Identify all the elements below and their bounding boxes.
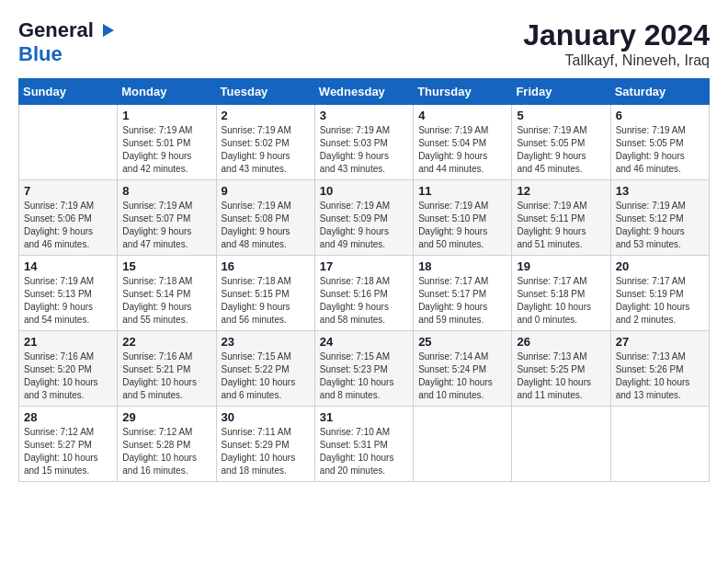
day-info: Sunrise: 7:13 AM Sunset: 5:25 PM Dayligh… xyxy=(517,350,605,402)
calendar-cell: 2Sunrise: 7:19 AM Sunset: 5:02 PM Daylig… xyxy=(216,105,314,180)
day-number: 26 xyxy=(517,335,605,349)
day-number: 11 xyxy=(418,184,506,198)
day-number: 10 xyxy=(320,184,408,198)
day-info: Sunrise: 7:19 AM Sunset: 5:10 PM Dayligh… xyxy=(418,200,506,251)
day-number: 3 xyxy=(320,109,408,122)
calendar-cell: 9Sunrise: 7:19 AM Sunset: 5:08 PM Daylig… xyxy=(216,180,314,256)
day-number: 21 xyxy=(24,335,112,349)
weekday-header-row: SundayMondayTuesdayWednesdayThursdayFrid… xyxy=(19,79,710,105)
day-info: Sunrise: 7:17 AM Sunset: 5:17 PM Dayligh… xyxy=(418,275,506,327)
calendar-cell: 26Sunrise: 7:13 AM Sunset: 5:25 PM Dayli… xyxy=(512,331,610,407)
day-number: 4 xyxy=(418,109,506,122)
calendar-cell: 16Sunrise: 7:18 AM Sunset: 5:15 PM Dayli… xyxy=(216,256,314,331)
day-number: 25 xyxy=(418,335,506,349)
day-info: Sunrise: 7:14 AM Sunset: 5:24 PM Dayligh… xyxy=(418,350,506,402)
day-number: 14 xyxy=(24,259,112,273)
calendar-cell: 7Sunrise: 7:19 AM Sunset: 5:06 PM Daylig… xyxy=(19,180,118,256)
calendar-cell: 27Sunrise: 7:13 AM Sunset: 5:26 PM Dayli… xyxy=(610,331,709,407)
day-info: Sunrise: 7:19 AM Sunset: 5:07 PM Dayligh… xyxy=(122,200,210,251)
month-year-title: January 2024 xyxy=(523,18,710,52)
day-number: 20 xyxy=(616,259,704,273)
day-info: Sunrise: 7:16 AM Sunset: 5:21 PM Dayligh… xyxy=(122,350,210,402)
weekday-header-saturday: Saturday xyxy=(610,79,709,105)
day-info: Sunrise: 7:19 AM Sunset: 5:01 PM Dayligh… xyxy=(122,124,210,176)
day-info: Sunrise: 7:19 AM Sunset: 5:05 PM Dayligh… xyxy=(616,124,704,176)
calendar-cell: 12Sunrise: 7:19 AM Sunset: 5:11 PM Dayli… xyxy=(512,180,610,256)
weekday-header-thursday: Thursday xyxy=(414,79,512,105)
day-number: 2 xyxy=(222,109,310,122)
logo-general: General xyxy=(18,18,94,42)
day-number: 12 xyxy=(517,184,605,198)
day-number: 22 xyxy=(122,335,210,349)
day-number: 1 xyxy=(122,109,210,122)
calendar-cell xyxy=(19,105,118,180)
day-number: 6 xyxy=(616,109,704,122)
day-info: Sunrise: 7:18 AM Sunset: 5:16 PM Dayligh… xyxy=(320,275,408,327)
calendar-week-row: 21Sunrise: 7:16 AM Sunset: 5:20 PM Dayli… xyxy=(19,331,710,407)
calendar-week-row: 7Sunrise: 7:19 AM Sunset: 5:06 PM Daylig… xyxy=(19,180,710,256)
day-number: 28 xyxy=(24,410,112,424)
day-info: Sunrise: 7:19 AM Sunset: 5:03 PM Dayligh… xyxy=(320,124,408,176)
day-number: 13 xyxy=(616,184,704,198)
day-number: 7 xyxy=(24,184,112,198)
calendar-week-row: 14Sunrise: 7:19 AM Sunset: 5:13 PM Dayli… xyxy=(19,256,710,331)
calendar-cell: 23Sunrise: 7:15 AM Sunset: 5:22 PM Dayli… xyxy=(216,331,314,407)
day-number: 23 xyxy=(222,335,310,349)
day-number: 18 xyxy=(418,259,506,273)
day-info: Sunrise: 7:16 AM Sunset: 5:20 PM Dayligh… xyxy=(24,350,112,402)
day-info: Sunrise: 7:12 AM Sunset: 5:27 PM Dayligh… xyxy=(24,426,112,477)
weekday-header-sunday: Sunday xyxy=(19,79,118,105)
page-header: General Blue January 2024 Tallkayf, Nine… xyxy=(18,18,710,69)
calendar-cell: 22Sunrise: 7:16 AM Sunset: 5:21 PM Dayli… xyxy=(118,331,216,407)
day-number: 19 xyxy=(517,259,605,273)
calendar-cell: 3Sunrise: 7:19 AM Sunset: 5:03 PM Daylig… xyxy=(314,105,413,180)
logo-blue: Blue xyxy=(18,42,63,65)
calendar-cell: 10Sunrise: 7:19 AM Sunset: 5:09 PM Dayli… xyxy=(314,180,413,256)
day-info: Sunrise: 7:19 AM Sunset: 5:13 PM Dayligh… xyxy=(24,275,112,327)
calendar-cell: 21Sunrise: 7:16 AM Sunset: 5:20 PM Dayli… xyxy=(19,331,118,407)
day-info: Sunrise: 7:12 AM Sunset: 5:28 PM Dayligh… xyxy=(122,426,210,477)
calendar-cell: 20Sunrise: 7:17 AM Sunset: 5:19 PM Dayli… xyxy=(610,256,709,331)
day-info: Sunrise: 7:15 AM Sunset: 5:23 PM Dayligh… xyxy=(320,350,408,402)
logo: General Blue xyxy=(18,18,116,66)
day-info: Sunrise: 7:19 AM Sunset: 5:12 PM Dayligh… xyxy=(616,200,704,251)
day-info: Sunrise: 7:18 AM Sunset: 5:15 PM Dayligh… xyxy=(222,275,310,327)
calendar-cell: 13Sunrise: 7:19 AM Sunset: 5:12 PM Dayli… xyxy=(610,180,709,256)
calendar-cell: 31Sunrise: 7:10 AM Sunset: 5:31 PM Dayli… xyxy=(314,407,413,482)
day-info: Sunrise: 7:18 AM Sunset: 5:14 PM Dayligh… xyxy=(122,275,210,327)
calendar-cell: 29Sunrise: 7:12 AM Sunset: 5:28 PM Dayli… xyxy=(118,407,216,482)
logo-icon xyxy=(96,20,116,40)
calendar-week-row: 1Sunrise: 7:19 AM Sunset: 5:01 PM Daylig… xyxy=(19,105,710,180)
day-info: Sunrise: 7:19 AM Sunset: 5:06 PM Dayligh… xyxy=(24,200,112,251)
location-subtitle: Tallkayf, Nineveh, Iraq xyxy=(523,52,710,69)
day-number: 15 xyxy=(122,259,210,273)
day-info: Sunrise: 7:15 AM Sunset: 5:22 PM Dayligh… xyxy=(222,350,310,402)
calendar-cell: 5Sunrise: 7:19 AM Sunset: 5:05 PM Daylig… xyxy=(512,105,610,180)
day-number: 24 xyxy=(320,335,408,349)
day-info: Sunrise: 7:19 AM Sunset: 5:02 PM Dayligh… xyxy=(222,124,310,176)
weekday-header-wednesday: Wednesday xyxy=(314,79,413,105)
day-info: Sunrise: 7:10 AM Sunset: 5:31 PM Dayligh… xyxy=(320,426,408,477)
day-info: Sunrise: 7:13 AM Sunset: 5:26 PM Dayligh… xyxy=(616,350,704,402)
calendar-week-row: 28Sunrise: 7:12 AM Sunset: 5:27 PM Dayli… xyxy=(19,407,710,482)
day-number: 30 xyxy=(222,410,310,424)
calendar-cell: 25Sunrise: 7:14 AM Sunset: 5:24 PM Dayli… xyxy=(414,331,512,407)
day-number: 17 xyxy=(320,259,408,273)
calendar-cell: 1Sunrise: 7:19 AM Sunset: 5:01 PM Daylig… xyxy=(118,105,216,180)
day-number: 5 xyxy=(517,109,605,122)
day-info: Sunrise: 7:19 AM Sunset: 5:08 PM Dayligh… xyxy=(222,200,310,251)
day-number: 29 xyxy=(122,410,210,424)
day-number: 27 xyxy=(616,335,704,349)
day-info: Sunrise: 7:11 AM Sunset: 5:29 PM Dayligh… xyxy=(222,426,310,477)
title-block: January 2024 Tallkayf, Nineveh, Iraq xyxy=(523,18,710,69)
calendar-cell: 19Sunrise: 7:17 AM Sunset: 5:18 PM Dayli… xyxy=(512,256,610,331)
calendar-cell: 17Sunrise: 7:18 AM Sunset: 5:16 PM Dayli… xyxy=(314,256,413,331)
calendar-cell: 15Sunrise: 7:18 AM Sunset: 5:14 PM Dayli… xyxy=(118,256,216,331)
calendar-cell xyxy=(512,407,610,482)
day-info: Sunrise: 7:19 AM Sunset: 5:04 PM Dayligh… xyxy=(418,124,506,176)
calendar-cell xyxy=(414,407,512,482)
calendar-cell: 4Sunrise: 7:19 AM Sunset: 5:04 PM Daylig… xyxy=(414,105,512,180)
weekday-header-monday: Monday xyxy=(118,79,216,105)
weekday-header-friday: Friday xyxy=(512,79,610,105)
calendar-cell: 6Sunrise: 7:19 AM Sunset: 5:05 PM Daylig… xyxy=(610,105,709,180)
